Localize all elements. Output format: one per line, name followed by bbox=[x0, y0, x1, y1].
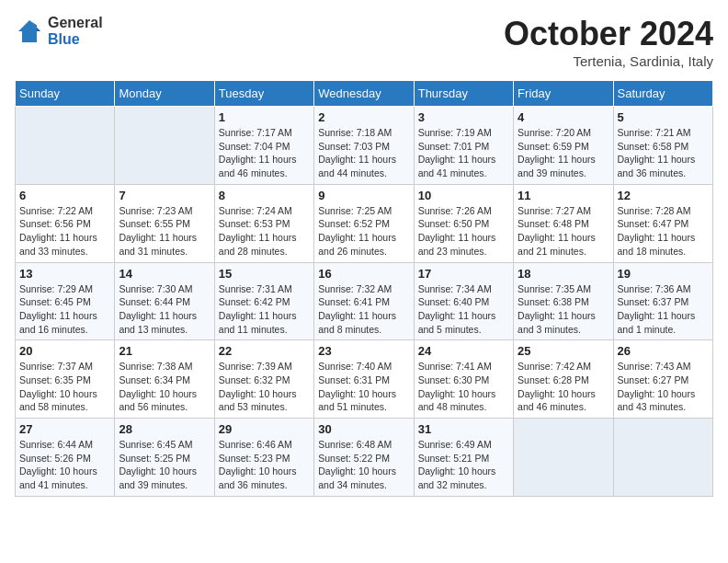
day-number: 23 bbox=[318, 344, 409, 358]
day-number: 6 bbox=[19, 189, 110, 202]
day-info: Sunrise: 7:35 AM Sunset: 6:38 PM Dayligh… bbox=[518, 282, 609, 337]
day-number: 27 bbox=[19, 422, 110, 436]
day-info: Sunrise: 7:24 AM Sunset: 6:53 PM Dayligh… bbox=[219, 204, 310, 259]
day-of-week-thursday: Thursday bbox=[414, 81, 513, 107]
day-number: 30 bbox=[318, 422, 409, 436]
week-row-5: 27Sunrise: 6:44 AM Sunset: 5:26 PM Dayli… bbox=[16, 419, 713, 497]
day-info: Sunrise: 7:22 AM Sunset: 6:56 PM Dayligh… bbox=[19, 204, 110, 259]
day-of-week-monday: Monday bbox=[115, 81, 214, 107]
day-number: 13 bbox=[19, 267, 110, 281]
calendar-cell: 12Sunrise: 7:28 AM Sunset: 6:47 PM Dayli… bbox=[613, 184, 712, 262]
calendar-cell: 26Sunrise: 7:43 AM Sunset: 6:27 PM Dayli… bbox=[613, 340, 712, 419]
calendar-header: SundayMondayTuesdayWednesdayThursdayFrid… bbox=[16, 81, 713, 107]
day-number: 21 bbox=[119, 344, 210, 358]
calendar-cell: 24Sunrise: 7:41 AM Sunset: 6:30 PM Dayli… bbox=[414, 340, 513, 419]
days-of-week-row: SundayMondayTuesdayWednesdayThursdayFrid… bbox=[16, 81, 713, 107]
day-info: Sunrise: 7:17 AM Sunset: 7:04 PM Dayligh… bbox=[219, 126, 310, 180]
day-number: 31 bbox=[418, 422, 509, 436]
day-info: Sunrise: 7:34 AM Sunset: 6:40 PM Dayligh… bbox=[418, 282, 509, 337]
calendar-cell: 9Sunrise: 7:25 AM Sunset: 6:52 PM Daylig… bbox=[314, 184, 414, 262]
logo-general-text: General bbox=[48, 15, 103, 31]
day-number: 1 bbox=[219, 110, 310, 124]
calendar-cell: 17Sunrise: 7:34 AM Sunset: 6:40 PM Dayli… bbox=[414, 262, 513, 340]
day-info: Sunrise: 7:18 AM Sunset: 7:03 PM Dayligh… bbox=[318, 126, 409, 180]
calendar-cell: 22Sunrise: 7:39 AM Sunset: 6:32 PM Dayli… bbox=[214, 340, 313, 419]
logo: General Blue bbox=[15, 15, 103, 47]
day-number: 24 bbox=[418, 344, 509, 358]
day-of-week-saturday: Saturday bbox=[613, 81, 712, 107]
day-number: 19 bbox=[618, 267, 709, 281]
day-number: 3 bbox=[418, 110, 509, 124]
day-number: 18 bbox=[518, 267, 609, 281]
day-info: Sunrise: 7:28 AM Sunset: 6:47 PM Dayligh… bbox=[618, 204, 709, 259]
day-info: Sunrise: 6:44 AM Sunset: 5:26 PM Dayligh… bbox=[19, 438, 110, 492]
day-number: 28 bbox=[119, 422, 210, 436]
day-number: 10 bbox=[418, 189, 509, 202]
day-info: Sunrise: 7:42 AM Sunset: 6:28 PM Dayligh… bbox=[518, 360, 609, 414]
calendar-cell: 8Sunrise: 7:24 AM Sunset: 6:53 PM Daylig… bbox=[214, 184, 313, 262]
calendar-cell: 30Sunrise: 6:48 AM Sunset: 5:22 PM Dayli… bbox=[314, 419, 414, 497]
calendar-cell: 16Sunrise: 7:32 AM Sunset: 6:41 PM Dayli… bbox=[314, 262, 414, 340]
day-number: 2 bbox=[318, 110, 409, 124]
calendar-cell: 11Sunrise: 7:27 AM Sunset: 6:48 PM Dayli… bbox=[514, 184, 613, 262]
calendar-cell: 19Sunrise: 7:36 AM Sunset: 6:37 PM Dayli… bbox=[613, 262, 712, 340]
calendar-cell: 27Sunrise: 6:44 AM Sunset: 5:26 PM Dayli… bbox=[16, 419, 115, 497]
week-row-1: 1Sunrise: 7:17 AM Sunset: 7:04 PM Daylig… bbox=[16, 107, 713, 185]
location-subtitle: Tertenia, Sardinia, Italy bbox=[504, 53, 713, 69]
day-info: Sunrise: 7:21 AM Sunset: 6:58 PM Dayligh… bbox=[618, 126, 709, 180]
calendar-cell: 29Sunrise: 6:46 AM Sunset: 5:23 PM Dayli… bbox=[214, 419, 313, 497]
day-info: Sunrise: 6:45 AM Sunset: 5:25 PM Dayligh… bbox=[119, 438, 210, 492]
day-info: Sunrise: 7:19 AM Sunset: 7:01 PM Dayligh… bbox=[418, 126, 509, 180]
day-info: Sunrise: 7:26 AM Sunset: 6:50 PM Dayligh… bbox=[418, 204, 509, 259]
day-of-week-sunday: Sunday bbox=[16, 81, 115, 107]
day-info: Sunrise: 7:41 AM Sunset: 6:30 PM Dayligh… bbox=[418, 360, 509, 414]
day-number: 25 bbox=[518, 344, 609, 358]
calendar-cell: 21Sunrise: 7:38 AM Sunset: 6:34 PM Dayli… bbox=[115, 340, 214, 419]
calendar-cell: 3Sunrise: 7:19 AM Sunset: 7:01 PM Daylig… bbox=[414, 107, 513, 185]
calendar-cell: 6Sunrise: 7:22 AM Sunset: 6:56 PM Daylig… bbox=[16, 184, 115, 262]
logo-text: General Blue bbox=[48, 15, 103, 47]
day-number: 11 bbox=[518, 189, 609, 202]
calendar-cell: 15Sunrise: 7:31 AM Sunset: 6:42 PM Dayli… bbox=[214, 262, 313, 340]
day-of-week-tuesday: Tuesday bbox=[214, 81, 313, 107]
calendar-cell: 13Sunrise: 7:29 AM Sunset: 6:45 PM Dayli… bbox=[16, 262, 115, 340]
calendar-cell: 2Sunrise: 7:18 AM Sunset: 7:03 PM Daylig… bbox=[314, 107, 414, 185]
calendar-cell: 31Sunrise: 6:49 AM Sunset: 5:21 PM Dayli… bbox=[414, 419, 513, 497]
calendar-cell: 20Sunrise: 7:37 AM Sunset: 6:35 PM Dayli… bbox=[16, 340, 115, 419]
calendar-cell bbox=[16, 107, 115, 185]
day-info: Sunrise: 7:40 AM Sunset: 6:31 PM Dayligh… bbox=[318, 360, 409, 414]
day-info: Sunrise: 7:29 AM Sunset: 6:45 PM Dayligh… bbox=[19, 282, 110, 337]
day-number: 5 bbox=[618, 110, 709, 124]
calendar-cell: 28Sunrise: 6:45 AM Sunset: 5:25 PM Dayli… bbox=[115, 419, 214, 497]
calendar-cell: 5Sunrise: 7:21 AM Sunset: 6:58 PM Daylig… bbox=[613, 107, 712, 185]
page-header: General Blue October 2024 Tertenia, Sard… bbox=[15, 15, 713, 69]
week-row-3: 13Sunrise: 7:29 AM Sunset: 6:45 PM Dayli… bbox=[16, 262, 713, 340]
day-number: 26 bbox=[618, 344, 709, 358]
day-number: 7 bbox=[119, 189, 210, 202]
day-number: 9 bbox=[318, 189, 409, 202]
day-info: Sunrise: 6:49 AM Sunset: 5:21 PM Dayligh… bbox=[418, 438, 509, 492]
day-info: Sunrise: 7:30 AM Sunset: 6:44 PM Dayligh… bbox=[119, 282, 210, 337]
day-info: Sunrise: 6:46 AM Sunset: 5:23 PM Dayligh… bbox=[219, 438, 310, 492]
calendar-cell: 25Sunrise: 7:42 AM Sunset: 6:28 PM Dayli… bbox=[514, 340, 613, 419]
calendar-cell: 14Sunrise: 7:30 AM Sunset: 6:44 PM Dayli… bbox=[115, 262, 214, 340]
day-info: Sunrise: 7:31 AM Sunset: 6:42 PM Dayligh… bbox=[219, 282, 310, 337]
day-info: Sunrise: 6:48 AM Sunset: 5:22 PM Dayligh… bbox=[318, 438, 409, 492]
day-info: Sunrise: 7:36 AM Sunset: 6:37 PM Dayligh… bbox=[618, 282, 709, 337]
day-number: 16 bbox=[318, 267, 409, 281]
calendar-cell bbox=[613, 419, 712, 497]
day-number: 8 bbox=[219, 189, 310, 202]
calendar-cell: 10Sunrise: 7:26 AM Sunset: 6:50 PM Dayli… bbox=[414, 184, 513, 262]
calendar-cell bbox=[115, 107, 214, 185]
day-info: Sunrise: 7:37 AM Sunset: 6:35 PM Dayligh… bbox=[19, 360, 110, 414]
day-info: Sunrise: 7:25 AM Sunset: 6:52 PM Dayligh… bbox=[318, 204, 409, 259]
day-number: 12 bbox=[618, 189, 709, 202]
day-info: Sunrise: 7:20 AM Sunset: 6:59 PM Dayligh… bbox=[518, 126, 609, 180]
week-row-2: 6Sunrise: 7:22 AM Sunset: 6:56 PM Daylig… bbox=[16, 184, 713, 262]
day-number: 4 bbox=[518, 110, 609, 124]
calendar-cell: 7Sunrise: 7:23 AM Sunset: 6:55 PM Daylig… bbox=[115, 184, 214, 262]
logo-blue-text: Blue bbox=[48, 31, 103, 48]
day-number: 20 bbox=[19, 344, 110, 358]
day-info: Sunrise: 7:38 AM Sunset: 6:34 PM Dayligh… bbox=[119, 360, 210, 414]
title-block: October 2024 Tertenia, Sardinia, Italy bbox=[504, 15, 713, 69]
